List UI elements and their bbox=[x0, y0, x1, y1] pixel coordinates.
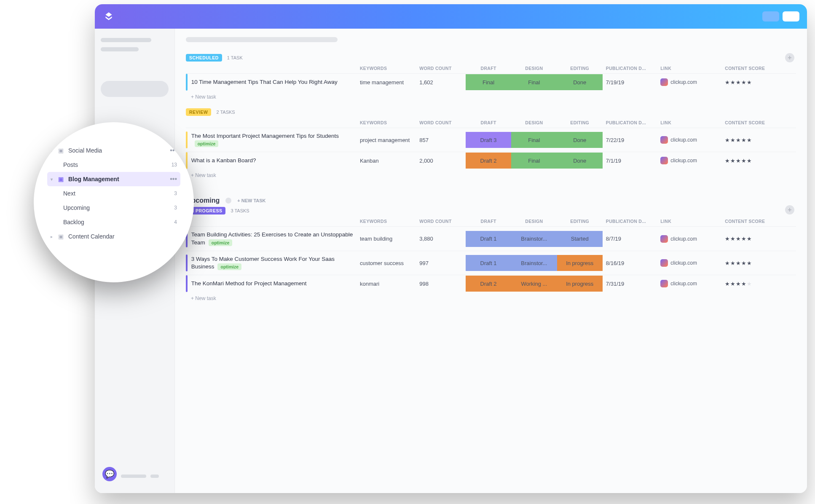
stage-editing[interactable]: Started bbox=[557, 231, 603, 247]
link-icon bbox=[660, 280, 668, 287]
new-task-button[interactable]: + New task bbox=[186, 292, 796, 310]
stage-design[interactable]: Working ... bbox=[511, 276, 557, 292]
task-link[interactable]: clickup.com bbox=[660, 280, 718, 287]
stage-draft[interactable]: Draft 1 bbox=[466, 231, 511, 247]
task-row[interactable]: The Most Important Project Management Ti… bbox=[186, 128, 796, 152]
task-keywords: project management bbox=[357, 128, 416, 152]
tree-item-next[interactable]: Next3 bbox=[47, 186, 180, 201]
chat-icon[interactable]: 💬 bbox=[102, 467, 117, 481]
task-link[interactable]: clickup.com bbox=[660, 78, 718, 86]
col-design: DESIGN bbox=[511, 63, 557, 74]
tree-folder-blog management[interactable]: ▾ ▣ Blog Management ••• bbox=[47, 172, 180, 186]
col-pubdate: PUBLICATION D... bbox=[603, 63, 657, 74]
link-icon bbox=[660, 136, 668, 144]
content-score: ★★★★★ bbox=[721, 227, 796, 251]
new-task-button[interactable]: + NEW TASK bbox=[237, 198, 265, 203]
tree-item-upcoming[interactable]: Upcoming3 bbox=[47, 201, 180, 215]
task-keywords: konmari bbox=[357, 275, 416, 292]
optimize-chip: optimize bbox=[217, 263, 241, 270]
task-table: KEYWORDS WORD COUNT DRAFT DESIGN EDITING… bbox=[186, 216, 796, 292]
stage-draft[interactable]: Draft 2 bbox=[466, 276, 511, 292]
stage-draft[interactable]: Draft 1 bbox=[466, 255, 511, 271]
titlebar-button[interactable] bbox=[762, 11, 779, 21]
col-pubdate: PUBLICATION D... bbox=[603, 216, 657, 227]
task-keywords: time management bbox=[357, 74, 416, 91]
stage-design[interactable]: Final bbox=[511, 74, 557, 90]
app-window: 💬 + SCHEDULED 1 TASK KEYWORDS WORD COUNT… bbox=[95, 4, 807, 493]
task-pubdate: 8/16/19 bbox=[603, 251, 657, 275]
col-editing: EDITING bbox=[557, 118, 603, 128]
stage-editing[interactable]: In progress bbox=[557, 255, 603, 271]
col-design: DESIGN bbox=[511, 118, 557, 128]
task-keywords: customer success bbox=[357, 251, 416, 275]
task-wordcount: 857 bbox=[416, 128, 466, 152]
task-row[interactable]: Team Building Activities: 25 Exercises t… bbox=[186, 227, 796, 251]
stage-editing[interactable]: Done bbox=[557, 132, 603, 148]
stage-design[interactable]: Final bbox=[511, 132, 557, 148]
link-icon bbox=[660, 157, 668, 164]
task-link[interactable]: clickup.com bbox=[660, 235, 718, 243]
task-count: 2 TASKS bbox=[216, 110, 235, 115]
stage-draft[interactable]: Draft 2 bbox=[466, 153, 511, 169]
col-wordcount: WORD COUNT bbox=[416, 216, 466, 227]
task-title[interactable]: 3 Ways To Make Customer Success Work For… bbox=[191, 255, 353, 271]
task-pubdate: 7/1/19 bbox=[603, 152, 657, 169]
stage-design[interactable]: Brainstor... bbox=[511, 231, 557, 247]
stage-editing[interactable]: Done bbox=[557, 153, 603, 169]
task-row[interactable]: What is a Kanban Board? Kanban 2,000 Dra… bbox=[186, 152, 796, 169]
new-task-button[interactable]: + New task bbox=[186, 91, 796, 108]
task-row[interactable]: 10 Time Management Tips That Can Help Yo… bbox=[186, 74, 796, 91]
task-link[interactable]: clickup.com bbox=[660, 157, 718, 164]
content-score: ★★★★★ bbox=[721, 152, 796, 169]
col-keywords: KEYWORDS bbox=[357, 63, 416, 74]
col-score: CONTENT SCORE bbox=[721, 216, 796, 227]
task-count: 3 TASKS bbox=[231, 208, 249, 213]
col-pubdate: PUBLICATION D... bbox=[603, 118, 657, 128]
titlebar-button[interactable] bbox=[783, 11, 799, 21]
sidebar-zoom-bubble: ▾ ▣ Social Media ••• Posts13 ▾ ▣ Blog Ma… bbox=[34, 122, 194, 282]
page-title-placeholder bbox=[186, 37, 338, 42]
task-title[interactable]: What is a Kanban Board? bbox=[191, 157, 353, 164]
stage-design[interactable]: Brainstor... bbox=[511, 255, 557, 271]
tree-item-backlog[interactable]: Backlog4 bbox=[47, 215, 180, 229]
tree-folder-content calendar[interactable]: ▸ ▣ Content Calendar bbox=[47, 229, 180, 244]
stage-editing[interactable]: Done bbox=[557, 74, 603, 90]
tree-item-posts[interactable]: Posts13 bbox=[47, 158, 180, 172]
task-title[interactable]: Team Building Activities: 25 Exercises t… bbox=[191, 231, 353, 246]
task-wordcount: 998 bbox=[416, 275, 466, 292]
col-link: LINK bbox=[657, 63, 721, 74]
info-icon[interactable] bbox=[225, 198, 231, 204]
task-row[interactable]: The KonMari Method for Project Managemen… bbox=[186, 275, 796, 292]
add-column-button[interactable]: + bbox=[785, 53, 794, 62]
col-draft: DRAFT bbox=[466, 63, 511, 74]
more-icon[interactable]: ••• bbox=[170, 175, 177, 183]
group-label-review[interactable]: REVIEW bbox=[186, 108, 211, 116]
task-link[interactable]: clickup.com bbox=[660, 259, 718, 267]
optimize-chip: optimize bbox=[195, 140, 219, 147]
group-label-scheduled[interactable]: SCHEDULED bbox=[186, 54, 222, 62]
folder-icon: ▣ bbox=[58, 176, 65, 182]
task-title[interactable]: The KonMari Method for Project Managemen… bbox=[191, 280, 353, 287]
task-row[interactable]: 3 Ways To Make Customer Success Work For… bbox=[186, 251, 796, 275]
col-design: DESIGN bbox=[511, 216, 557, 227]
col-draft: DRAFT bbox=[466, 118, 511, 128]
task-title[interactable]: 10 Time Management Tips That Can Help Yo… bbox=[191, 78, 353, 86]
task-pubdate: 7/19/19 bbox=[603, 74, 657, 91]
task-pubdate: 8/7/19 bbox=[603, 227, 657, 251]
col-editing: EDITING bbox=[557, 216, 603, 227]
stage-design[interactable]: Final bbox=[511, 153, 557, 169]
stage-draft[interactable]: Draft 3 bbox=[466, 132, 511, 148]
col-score: CONTENT SCORE bbox=[721, 118, 796, 128]
stage-editing[interactable]: In progress bbox=[557, 276, 603, 292]
task-wordcount: 997 bbox=[416, 251, 466, 275]
task-wordcount: 1,602 bbox=[416, 74, 466, 91]
task-title[interactable]: The Most Important Project Management Ti… bbox=[191, 132, 353, 147]
sidebar-search[interactable] bbox=[101, 81, 169, 97]
titlebar bbox=[95, 4, 807, 29]
link-icon bbox=[660, 235, 668, 243]
stage-draft[interactable]: Final bbox=[466, 74, 511, 90]
link-icon bbox=[660, 78, 668, 86]
tree-folder-social media[interactable]: ▾ ▣ Social Media ••• bbox=[47, 143, 180, 158]
new-task-button[interactable]: + New task bbox=[186, 169, 796, 187]
task-link[interactable]: clickup.com bbox=[660, 136, 718, 144]
